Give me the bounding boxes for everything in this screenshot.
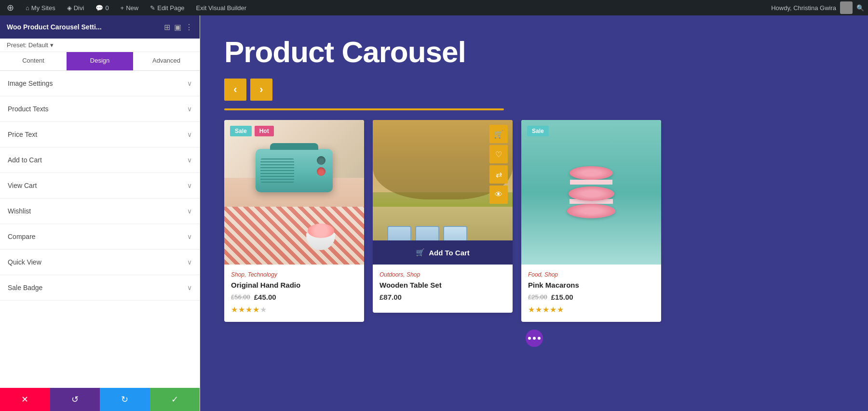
product-price-macarons: £25.00 £15.00 xyxy=(528,293,654,301)
carousel-dots-button[interactable] xyxy=(526,330,543,347)
save-button[interactable]: ✓ xyxy=(150,388,200,411)
star1-radio: ★ xyxy=(231,305,238,314)
star5-macarons: ★ xyxy=(557,305,564,314)
settings-price-text[interactable]: Price Text ∨ xyxy=(0,122,200,147)
my-sites-label: My Sites xyxy=(31,4,55,12)
price-original-macarons: £25.00 xyxy=(528,293,547,301)
new-btn[interactable]: + New xyxy=(118,0,142,15)
quickview-action-btn[interactable]: 👁 xyxy=(489,186,508,204)
badge-hot-radio: Hot xyxy=(255,126,274,136)
settings-view-cart[interactable]: View Cart ∨ xyxy=(0,173,200,199)
image-settings-label: Image Settings xyxy=(8,80,53,87)
compare-action-btn[interactable]: ⇄ xyxy=(489,165,508,184)
layout-icon[interactable]: ▣ xyxy=(174,23,181,32)
preset-label: Preset: Default xyxy=(7,41,48,49)
wishlist-label: Wishlist xyxy=(8,207,31,215)
price-text-label: Price Text xyxy=(8,131,37,138)
tab-advanced[interactable]: Advanced xyxy=(133,52,200,70)
panel-title: Woo Product Carousel Setti... xyxy=(7,23,102,31)
bottom-toolbar: ✕ ↺ ↻ ✓ xyxy=(0,388,200,411)
compare-chevron-icon: ∨ xyxy=(187,233,192,240)
settings-product-texts[interactable]: Product Texts ∨ xyxy=(0,96,200,122)
star4-macarons: ★ xyxy=(550,305,556,314)
preset-bar: Preset: Default ▾ xyxy=(0,39,200,52)
settings-compare[interactable]: Compare ∨ xyxy=(0,224,200,250)
settings-add-to-cart[interactable]: Add to Cart ∨ xyxy=(0,147,200,173)
carousel-prev-button[interactable]: ‹ xyxy=(224,79,246,101)
product-price-outdoor: £87.00 xyxy=(380,293,506,301)
product-image-outdoor: 🛒 ♡ ⇄ 👁 🛒 Add To Cart xyxy=(373,120,513,265)
redo-icon: ↻ xyxy=(121,394,128,405)
edit-page-btn[interactable]: ✎ Edit Page xyxy=(147,0,187,15)
product-texts-label: Product Texts xyxy=(8,105,49,113)
my-sites-btn[interactable]: ⌂ My Sites xyxy=(23,0,58,15)
carousel-title: Product Carousel xyxy=(224,35,844,69)
settings-list: Image Settings ∨ Product Texts ∨ Price T… xyxy=(0,71,200,388)
redo-button[interactable]: ↻ xyxy=(100,388,150,411)
wp-logo-btn[interactable]: ⊕ xyxy=(4,0,17,15)
dot3 xyxy=(538,337,541,340)
dot1 xyxy=(528,337,531,340)
quick-view-label: Quick View xyxy=(8,258,41,266)
preset-chevron-icon[interactable]: ▾ xyxy=(50,41,54,49)
product-card-radio: Sale Hot Shop, Technology Original Hand … xyxy=(224,120,364,322)
exit-builder-label: Exit Visual Builder xyxy=(196,4,247,12)
star2-radio: ★ xyxy=(238,305,245,314)
macaron-bot xyxy=(567,204,615,218)
image-settings-chevron-icon: ∨ xyxy=(187,80,192,87)
divi-icon: ◈ xyxy=(67,4,72,12)
star5-radio: ★ xyxy=(260,305,267,314)
product-name-outdoor: Wooden Table Set xyxy=(380,281,506,289)
product-info-macarons: Food, Shop Pink Macarons £25.00 £15.00 ★… xyxy=(521,265,661,322)
product-name-macarons: Pink Macarons xyxy=(528,281,654,289)
carousel-nav: ‹ › xyxy=(224,79,844,101)
undo-button[interactable]: ↺ xyxy=(50,388,100,411)
cancel-button[interactable]: ✕ xyxy=(0,388,50,411)
plus-icon: + xyxy=(121,4,124,12)
add-to-cart-text: Add To Cart xyxy=(429,249,470,257)
settings-image-settings[interactable]: Image Settings ∨ xyxy=(0,71,200,96)
comments-btn[interactable]: 💬 0 xyxy=(93,0,111,15)
settings-quick-view[interactable]: Quick View ∨ xyxy=(0,250,200,275)
more-icon[interactable]: ⋮ xyxy=(185,23,193,32)
view-cart-chevron-icon: ∨ xyxy=(187,182,192,189)
edit-icon: ✎ xyxy=(150,4,155,12)
search-icon[interactable]: 🔍 xyxy=(856,4,864,12)
exit-builder-btn[interactable]: Exit Visual Builder xyxy=(193,0,250,15)
carousel-dots xyxy=(224,322,844,355)
wp-logo-icon: ⊕ xyxy=(7,2,14,13)
new-label: New xyxy=(126,4,138,12)
add-to-cart-label: Add to Cart xyxy=(8,156,42,164)
carousel-next-button[interactable]: › xyxy=(250,79,272,101)
canvas-content: Product Carousel ‹ › xyxy=(200,15,868,411)
add-to-cart-overlay[interactable]: 🛒 Add To Cart xyxy=(373,240,513,265)
wishlist-action-btn[interactable]: ♡ xyxy=(489,145,508,163)
product-texts-chevron-icon: ∨ xyxy=(187,105,192,113)
macaron-stack xyxy=(567,166,615,218)
badge-container-macarons: Sale xyxy=(527,126,549,136)
settings-wishlist[interactable]: Wishlist ∨ xyxy=(0,199,200,224)
tab-content[interactable]: Content xyxy=(0,52,67,70)
settings-sale-badge[interactable]: Sale Badge ∨ xyxy=(0,275,200,301)
price-current-outdoor: £87.00 xyxy=(380,293,402,301)
badge-container-radio: Sale Hot xyxy=(230,126,274,136)
product-price-radio: £56.00 £45.00 xyxy=(231,293,357,301)
pin-icon[interactable]: ⊞ xyxy=(164,23,170,32)
my-sites-icon: ⌂ xyxy=(26,4,29,12)
carousel-divider xyxy=(224,108,504,110)
divi-btn[interactable]: ◈ Divi xyxy=(64,0,87,15)
price-text-chevron-icon: ∨ xyxy=(187,131,192,138)
price-current-radio: £45.00 xyxy=(254,293,276,301)
tab-design[interactable]: Design xyxy=(67,52,133,70)
stars-radio: ★ ★ ★ ★ ★ xyxy=(231,305,357,314)
panel-tabs: Content Design Advanced xyxy=(0,52,200,71)
star4-half-radio: ★ xyxy=(253,305,259,314)
star3-macarons: ★ xyxy=(542,305,549,314)
main-layout: Woo Product Carousel Setti... ⊞ ▣ ⋮ Pres… xyxy=(0,15,868,411)
macaron-mid xyxy=(569,186,614,201)
cart-action-btn[interactable]: 🛒 xyxy=(489,125,508,143)
comments-count: 0 xyxy=(105,4,108,12)
product-image-radio: Sale Hot xyxy=(224,120,364,265)
product-info-outdoor: Outdoors, Shop Wooden Table Set £87.00 xyxy=(373,265,513,313)
price-original-radio: £56.00 xyxy=(231,293,250,301)
